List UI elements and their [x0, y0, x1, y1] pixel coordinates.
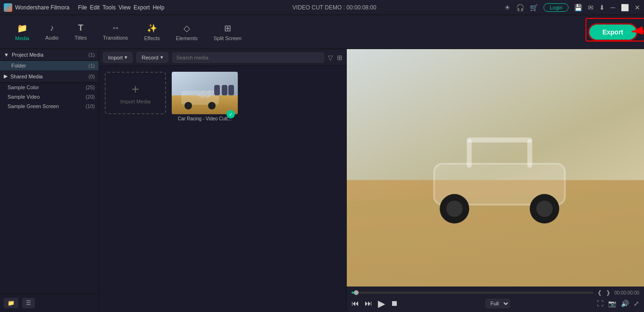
menu-view[interactable]: View: [118, 4, 131, 11]
progress-thumb[interactable]: [354, 290, 359, 295]
play-button[interactable]: ▶: [378, 298, 385, 309]
plus-icon: +: [132, 82, 139, 97]
import-media-placeholder[interactable]: + Import Media: [105, 72, 166, 114]
expand-icon[interactable]: ⤢: [634, 300, 639, 307]
media-selected-check: ✓: [226, 110, 235, 118]
new-folder-button[interactable]: 📁: [4, 298, 18, 308]
tab-transitions[interactable]: ↔ Transitions: [95, 19, 135, 44]
tab-audio[interactable]: ♪ Audio: [38, 19, 66, 44]
window-title: VIDEO CUT DEMO : 00:00:08:00: [293, 4, 376, 11]
skip-back-button[interactable]: ⏮: [351, 299, 359, 308]
tab-titles[interactable]: T Titles: [67, 19, 94, 44]
sample-video-item[interactable]: Sample Video (20): [0, 92, 99, 101]
svg-point-4: [184, 102, 192, 110]
close-icon[interactable]: ✕: [635, 4, 640, 11]
preview-video: [347, 49, 644, 287]
tab-elements[interactable]: ◇ Elements: [168, 19, 205, 45]
svg-rect-7: [222, 85, 227, 95]
stop-button[interactable]: ⏹: [391, 299, 398, 308]
menu-export[interactable]: Export: [134, 4, 150, 11]
panel-footer: 📁 ☰: [0, 294, 99, 312]
export-button[interactable]: Export: [589, 25, 636, 40]
split-screen-icon: ⊞: [224, 23, 231, 34]
folder-item[interactable]: Folder (1): [0, 61, 99, 70]
bracket-out[interactable]: ❱: [606, 289, 611, 296]
elements-icon: ◇: [184, 23, 190, 34]
import-label: Import: [108, 55, 123, 60]
controls-row: ⏮ ⏭ ▶ ⏹ Full ⛶ 📷 🔊 ⤢: [351, 298, 639, 309]
project-media-label: Project Media: [12, 52, 43, 58]
menu-file[interactable]: File: [78, 4, 87, 11]
toolbar-tabs: 📁 Media ♪ Audio T Titles ↔ Transitions ✨…: [8, 19, 249, 45]
folder-count: (1): [89, 63, 95, 68]
shared-media-header[interactable]: ▶ Shared Media (0): [0, 70, 99, 83]
sample-color-label: Sample Color: [8, 84, 39, 90]
shared-media-count: (0): [89, 74, 95, 79]
export-area: Export: [589, 25, 636, 40]
login-button[interactable]: Login: [544, 3, 569, 12]
sample-green-screen-item[interactable]: Sample Green Screen (10): [0, 101, 99, 111]
quality-select[interactable]: Full: [485, 299, 510, 308]
main-area: ▼ Project Media (1) Folder (1) ▶ Shared …: [0, 49, 644, 312]
grid-icon[interactable]: ⊞: [337, 54, 343, 61]
save-icon[interactable]: 💾: [574, 4, 582, 11]
chevron-right-icon: ▶: [4, 73, 8, 79]
audio-icon: ♪: [50, 23, 54, 33]
filter-icon[interactable]: ▽: [328, 54, 333, 61]
tab-effects[interactable]: ✨ Effects: [136, 19, 167, 45]
tab-split-screen-label: Split Screen: [214, 35, 242, 41]
preview-area: [347, 49, 644, 287]
svg-rect-18: [467, 139, 471, 168]
menu-edit[interactable]: Edit: [90, 4, 100, 11]
media-grid: + Import Media: [99, 66, 346, 127]
project-media-count: (1): [89, 52, 95, 58]
sample-green-screen-label: Sample Green Screen: [8, 103, 59, 109]
menu-help[interactable]: Help: [153, 4, 165, 11]
tab-split-screen[interactable]: ⊞ Split Screen: [206, 19, 249, 45]
titles-icon: T: [78, 23, 84, 33]
tab-media[interactable]: 📁 Media: [8, 19, 37, 45]
step-back-button[interactable]: ⏭: [365, 299, 372, 308]
playback-buttons: ⏮ ⏭ ▶ ⏹: [351, 298, 398, 309]
menu-tools[interactable]: Tools: [102, 4, 116, 11]
tab-titles-label: Titles: [75, 35, 87, 41]
sample-color-item[interactable]: Sample Color (25): [0, 83, 99, 92]
volume-icon[interactable]: 🔊: [621, 300, 629, 307]
left-panel: ▼ Project Media (1) Folder (1) ▶ Shared …: [0, 49, 99, 312]
sample-video-count: (20): [85, 94, 95, 100]
headphone-icon[interactable]: 🎧: [516, 4, 524, 11]
restore-icon[interactable]: ⬜: [621, 4, 629, 11]
thumb-svg: [172, 72, 238, 114]
import-chevron-icon: ▾: [125, 54, 127, 60]
mail-icon[interactable]: ✉: [588, 4, 594, 11]
media-toolbar: Import ▾ Record ▾ ▽ ⊞: [99, 49, 346, 66]
search-input[interactable]: [172, 52, 324, 63]
chevron-down-icon: ▼: [4, 52, 9, 58]
minimize-icon[interactable]: ─: [611, 4, 615, 11]
record-button[interactable]: Record ▾: [136, 52, 168, 63]
cart-icon[interactable]: 🛒: [530, 4, 538, 11]
screenshot-icon[interactable]: 📷: [608, 300, 616, 307]
project-media-header[interactable]: ▼ Project Media (1): [0, 49, 99, 61]
shared-media-label: Shared Media: [10, 74, 43, 79]
svg-rect-6: [214, 85, 220, 95]
titlebar: Wondershare Filmora File Edit Tools View…: [0, 0, 644, 15]
record-chevron-icon: ▾: [160, 54, 163, 60]
sample-color-count: (25): [85, 84, 95, 90]
thumb-image: [172, 72, 238, 114]
progress-track[interactable]: [351, 292, 594, 294]
svg-line-12: [347, 229, 644, 246]
playback-bar: ❰ ❱ 00:00:00:00 ⏮ ⏭ ▶ ⏹ Full ⛶ 📷 🔊: [347, 287, 644, 312]
bracket-in[interactable]: ❰: [597, 289, 602, 296]
download-icon[interactable]: ⬇: [599, 4, 605, 11]
list-view-button[interactable]: ☰: [22, 298, 35, 308]
sun-icon[interactable]: ☀: [504, 4, 510, 11]
sample-green-screen-count: (10): [85, 103, 95, 109]
fullscreen-icon[interactable]: ⛶: [597, 300, 603, 307]
preview-panel: ❰ ❱ 00:00:00:00 ⏮ ⏭ ▶ ⏹ Full ⛶ 📷 🔊: [347, 49, 644, 312]
svg-rect-19: [527, 139, 532, 168]
import-button[interactable]: Import ▾: [103, 52, 133, 63]
tab-transitions-label: Transitions: [103, 35, 128, 41]
svg-point-5: [208, 102, 216, 110]
media-thumbnail[interactable]: ✓ Car Racing - Video Cutt...: [172, 72, 238, 121]
